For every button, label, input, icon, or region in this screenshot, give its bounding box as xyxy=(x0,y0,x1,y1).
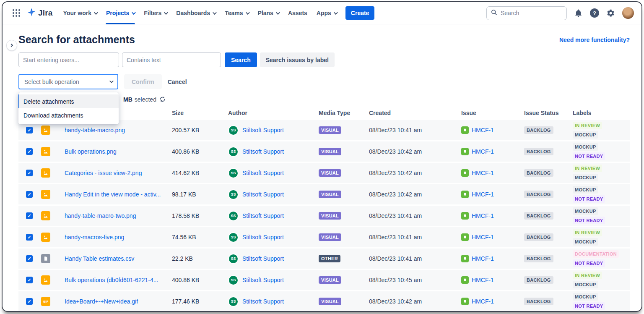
attachment-name-link[interactable]: Bulk operations (db0fd601-6221-4... xyxy=(65,277,172,283)
author-link[interactable]: Stiltsoft Support xyxy=(242,127,284,133)
header-size: Size xyxy=(172,110,228,116)
chevron-down-icon xyxy=(246,10,250,15)
confirm-button[interactable]: Confirm xyxy=(124,74,162,89)
row-checkbox[interactable]: ✓ xyxy=(26,277,33,283)
nav-item-teams[interactable]: Teams xyxy=(220,2,253,24)
labels-cell: IN REVIEWMOCKUP xyxy=(573,163,630,183)
label-badge: IN REVIEW xyxy=(573,122,602,129)
attachment-size: 22.2 KB xyxy=(172,255,228,262)
attachment-size: 400.86 KB xyxy=(172,277,228,283)
cancel-button[interactable]: Cancel xyxy=(168,78,187,85)
label-badge: MOCKUP xyxy=(573,293,598,301)
issue-link[interactable]: HMCF-1 xyxy=(472,255,494,262)
nav-item-projects[interactable]: Projects xyxy=(101,2,139,24)
refresh-icon[interactable] xyxy=(159,96,166,102)
image-file-icon xyxy=(41,190,50,199)
story-issue-type-icon xyxy=(461,169,469,177)
header-media-type: Media Type xyxy=(319,110,369,116)
row-checkbox[interactable]: ✓ xyxy=(26,191,33,198)
author-link[interactable]: Stiltsoft Support xyxy=(242,170,284,176)
user-avatar[interactable] xyxy=(622,7,634,19)
row-checkbox[interactable]: ✓ xyxy=(26,170,33,176)
issue-link[interactable]: HMCF-1 xyxy=(472,298,494,305)
header-issue: Issue xyxy=(461,110,524,116)
row-checkbox[interactable]: ✓ xyxy=(26,148,33,155)
issue-link[interactable]: HMCF-1 xyxy=(472,148,494,155)
jira-logo[interactable]: Jira xyxy=(27,8,53,18)
attachment-name-link[interactable]: handy-macros-five.png xyxy=(65,234,172,241)
attachment-name-link[interactable]: Bulk operations.png xyxy=(65,148,172,155)
attachment-name-link[interactable]: Handy Edit in the view mode - activ... xyxy=(65,191,172,198)
author-avatar: SS xyxy=(228,296,239,307)
search-issues-by-label-button[interactable]: Search issues by label xyxy=(260,52,335,67)
need-more-functionality-link[interactable]: Need more functionality? xyxy=(559,37,630,43)
table-row: ✓ Bulk operations.png 400.86 KB SS Stilt… xyxy=(18,141,630,163)
attachment-name-link[interactable]: Handy Table estimates.csv xyxy=(65,255,172,262)
nav-item-dashboards[interactable]: Dashboards xyxy=(171,2,220,24)
nav-item-assets[interactable]: Assets xyxy=(283,2,312,24)
author-link[interactable]: Stiltsoft Support xyxy=(242,212,284,219)
story-issue-type-icon xyxy=(461,191,469,198)
author-link[interactable]: Stiltsoft Support xyxy=(242,191,284,198)
nav-item-apps[interactable]: Apps xyxy=(312,2,341,24)
nav-item-filters[interactable]: Filters xyxy=(139,2,171,24)
image-file-icon xyxy=(41,168,50,178)
author-avatar: SS xyxy=(228,254,239,264)
issue-link[interactable]: HMCF-1 xyxy=(472,170,494,176)
author-avatar: SS xyxy=(228,275,239,285)
issue-link[interactable]: HMCF-1 xyxy=(472,191,494,198)
author-link[interactable]: Stiltsoft Support xyxy=(242,298,284,305)
author-link[interactable]: Stiltsoft Support xyxy=(242,277,284,283)
author-avatar: SS xyxy=(228,168,239,178)
created-date: 08/Dec/23 10:42 am xyxy=(369,170,461,176)
contains-text-input[interactable] xyxy=(122,52,221,67)
table-row: ✓ Handy Edit in the view mode - activ...… xyxy=(18,184,630,206)
menu-item-download-attachments[interactable]: Download attachments xyxy=(18,108,119,122)
labels-cell: MOCKUPNOT READY xyxy=(573,291,630,311)
label-badge: MOCKUP xyxy=(573,131,598,139)
users-filter-input[interactable] xyxy=(18,52,119,67)
attachment-name-link[interactable]: Idea+Board+-+New+idea.gif xyxy=(65,298,172,305)
label-badge: MOCKUP xyxy=(573,143,598,151)
global-search-input[interactable] xyxy=(501,10,555,16)
create-button[interactable]: Create xyxy=(345,6,375,20)
row-checkbox[interactable]: ✓ xyxy=(26,298,33,305)
created-date: 08/Dec/23 10:45 am xyxy=(369,277,461,283)
issue-link[interactable]: HMCF-1 xyxy=(472,212,494,219)
nav-item-label: Plans xyxy=(258,10,273,16)
story-issue-type-icon xyxy=(461,298,469,305)
issue-link[interactable]: HMCF-1 xyxy=(472,127,494,133)
issue-link[interactable]: HMCF-1 xyxy=(472,234,494,241)
author-link[interactable]: Stiltsoft Support xyxy=(242,234,284,241)
notifications-bell-icon[interactable] xyxy=(574,9,583,18)
row-checkbox[interactable]: ✓ xyxy=(26,127,33,133)
author-link[interactable]: Stiltsoft Support xyxy=(242,255,284,262)
app-switcher-icon[interactable] xyxy=(9,6,23,20)
attachment-name-link[interactable]: Categories - issue view-2.png xyxy=(65,170,172,176)
table-body: ✓ handy-table-macro.png 200.57 KB SS Sti… xyxy=(18,120,630,312)
nav-item-your-work[interactable]: Your work xyxy=(59,2,101,24)
story-issue-type-icon xyxy=(461,148,469,155)
bulk-operation-select[interactable]: Select bulk operation xyxy=(18,74,118,89)
attachment-name-link[interactable]: handy-table-macro-two.png xyxy=(65,212,172,219)
search-button[interactable]: Search xyxy=(225,52,257,67)
labels-cell: MOCKUPNOT READY xyxy=(573,141,630,162)
settings-gear-icon[interactable] xyxy=(606,9,615,18)
media-type-badge: VISUAL xyxy=(319,169,341,177)
row-checkbox[interactable]: ✓ xyxy=(26,234,33,241)
global-search[interactable] xyxy=(486,6,567,20)
label-badge: IN REVIEW xyxy=(573,229,602,236)
help-icon[interactable]: ? xyxy=(590,8,599,18)
sidebar-expand-button[interactable] xyxy=(6,40,17,51)
row-checkbox[interactable]: ✓ xyxy=(26,212,33,219)
created-date: 08/Dec/23 10:42 am xyxy=(369,298,461,305)
row-checkbox[interactable]: ✓ xyxy=(26,255,33,262)
label-badge: IN REVIEW xyxy=(573,272,602,279)
menu-item-delete-attachments[interactable]: Delete attachments xyxy=(18,94,119,108)
author-link[interactable]: Stiltsoft Support xyxy=(242,148,284,155)
attachment-name-link[interactable]: handy-table-macro.png xyxy=(65,127,172,133)
label-badge: NOT READY xyxy=(573,217,605,224)
bulk-operation-select-value: Select bulk operation xyxy=(24,78,79,85)
issue-link[interactable]: HMCF-1 xyxy=(472,277,494,283)
nav-item-plans[interactable]: Plans xyxy=(253,2,283,24)
